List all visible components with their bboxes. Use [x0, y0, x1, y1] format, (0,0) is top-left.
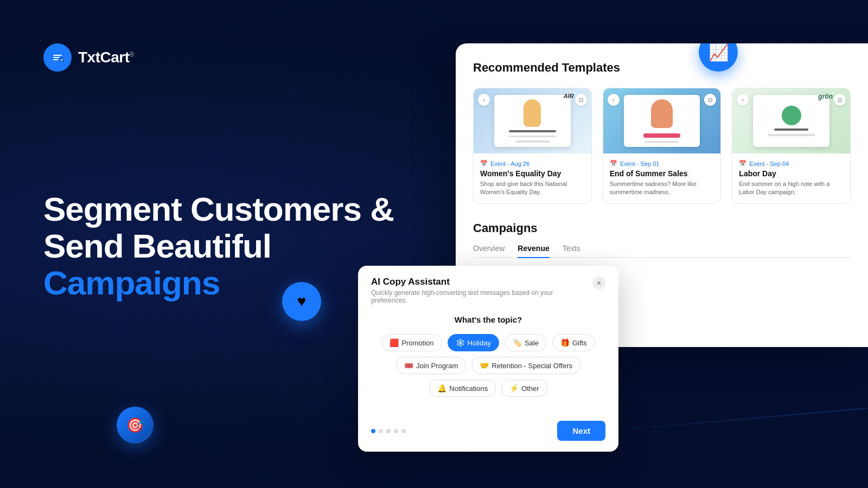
chip-label: Sale: [525, 339, 539, 347]
tab-revenue[interactable]: Revenue: [518, 244, 549, 258]
template-prev-btn[interactable]: ‹: [737, 94, 749, 106]
tab-overview[interactable]: Overview: [473, 244, 505, 257]
dot-3: [386, 429, 391, 433]
template-name: Women's Equality Day: [480, 169, 585, 178]
gifts-emoji: 🎁: [560, 338, 570, 347]
template-image: ‹ ⊡ grön: [732, 88, 850, 153]
hero-headline: Segment Customers & Send Beautiful Campa…: [43, 191, 412, 302]
retention-emoji: 🤝: [480, 361, 489, 370]
dot-1: [371, 429, 375, 433]
chip-label: Notifications: [449, 384, 488, 393]
campaigns-tabs: Overview Revenue Texts: [473, 244, 851, 258]
template-expand-btn[interactable]: ⊡: [704, 94, 716, 106]
chip-holiday[interactable]: ❄️ Holiday: [448, 334, 499, 351]
pagination-dots: [371, 429, 406, 433]
join-emoji: 🎟️: [404, 361, 413, 370]
template-event-label: 📅 Event - Sep 01: [610, 160, 714, 167]
modal-question: What's the topic?: [371, 315, 605, 324]
chip-label: Gifts: [572, 339, 587, 347]
promotion-emoji: 🟥: [390, 338, 399, 347]
sale-emoji: 🏷️: [513, 338, 522, 347]
chip-other[interactable]: ⚡ Other: [501, 380, 547, 397]
template-desc: Shop and give back this National Women's…: [480, 180, 585, 197]
dot-5: [401, 429, 406, 433]
chip-gifts[interactable]: 🎁 Gifts: [552, 334, 595, 351]
trending-icon: 📈: [709, 43, 729, 62]
modal-subtitle: Quickly generate high-converting text me…: [371, 289, 556, 304]
chip-sale[interactable]: 🏷️ Sale: [505, 334, 547, 351]
target-button[interactable]: 🎯: [117, 407, 154, 444]
topic-chips: 🟥 Promotion ❄️ Holiday 🏷️ Sale 🎁 Gifts 🎟…: [371, 334, 605, 397]
template-card[interactable]: ‹ ⊡ 📅 Event - Sep 01 End of Summer Sales…: [603, 88, 722, 204]
chip-join-program[interactable]: 🎟️ Join Program: [396, 357, 466, 374]
template-event-label: 📅 Event - Sep 04: [739, 160, 844, 167]
modal-footer: Next: [358, 421, 618, 452]
campaigns-title: Campaigns: [473, 221, 851, 235]
logo-area: TxtCart®: [43, 43, 412, 72]
chip-label: Retention - Special Offers: [492, 362, 572, 370]
chip-notifications[interactable]: 🔔 Notifications: [429, 380, 496, 397]
chip-retention[interactable]: 🤝 Retention - Special Offers: [471, 357, 580, 374]
templates-title: Recommended Templates: [473, 61, 851, 75]
ai-copy-assistant-modal: AI Copy Assistant Quickly generate high-…: [358, 266, 618, 452]
template-desc: End summer on a high note with a Labor D…: [739, 180, 844, 197]
templates-grid: ‹ ⊡ AIR 📅 Event - Aug 26 Women's Equalit…: [473, 88, 851, 204]
template-desc: Summertime sadness? More like summertime…: [610, 180, 714, 197]
chip-promotion[interactable]: 🟥 Promotion: [381, 334, 442, 351]
logo-icon: [43, 43, 72, 72]
target-icon: 🎯: [126, 417, 144, 434]
chip-label: Join Program: [416, 362, 458, 370]
template-prev-btn[interactable]: ‹: [478, 94, 490, 106]
modal-close-button[interactable]: ×: [592, 277, 605, 290]
template-card[interactable]: ‹ ⊡ grön 📅 Event - Sep 04 Labor Day End …: [732, 88, 851, 204]
modal-title: AI Copy Assistant: [371, 277, 556, 287]
modal-body: What's the topic? 🟥 Promotion ❄️ Holiday…: [358, 311, 618, 421]
notifications-emoji: 🔔: [437, 384, 446, 393]
next-button[interactable]: Next: [557, 421, 605, 441]
template-name: Labor Day: [739, 169, 844, 178]
template-expand-btn[interactable]: ⊡: [575, 94, 587, 106]
template-expand-btn[interactable]: ⊡: [834, 94, 846, 106]
template-brand-label: grön: [818, 93, 833, 100]
template-event-label: 📅 Event - Aug 26: [480, 160, 585, 167]
tab-texts[interactable]: Texts: [563, 244, 580, 257]
holiday-emoji: ❄️: [456, 338, 465, 347]
template-name: End of Summer Sales: [610, 169, 714, 178]
chip-label: Promotion: [401, 339, 433, 347]
dot-2: [379, 429, 383, 433]
chip-label: Holiday: [468, 339, 491, 347]
template-brand-label: AIR: [564, 93, 574, 99]
template-image: ‹ ⊡ AIR: [474, 88, 591, 153]
dot-4: [394, 429, 398, 433]
template-image: ‹ ⊡: [603, 88, 721, 153]
heart-button[interactable]: ♥: [282, 282, 321, 321]
heart-icon: ♥: [297, 293, 307, 310]
other-emoji: ⚡: [509, 384, 519, 393]
template-card[interactable]: ‹ ⊡ AIR 📅 Event - Aug 26 Women's Equalit…: [473, 88, 592, 204]
modal-header: AI Copy Assistant Quickly generate high-…: [358, 266, 618, 311]
chip-label: Other: [521, 384, 539, 393]
brand-name: TxtCart®: [78, 49, 134, 66]
template-prev-btn[interactable]: ‹: [608, 94, 620, 106]
